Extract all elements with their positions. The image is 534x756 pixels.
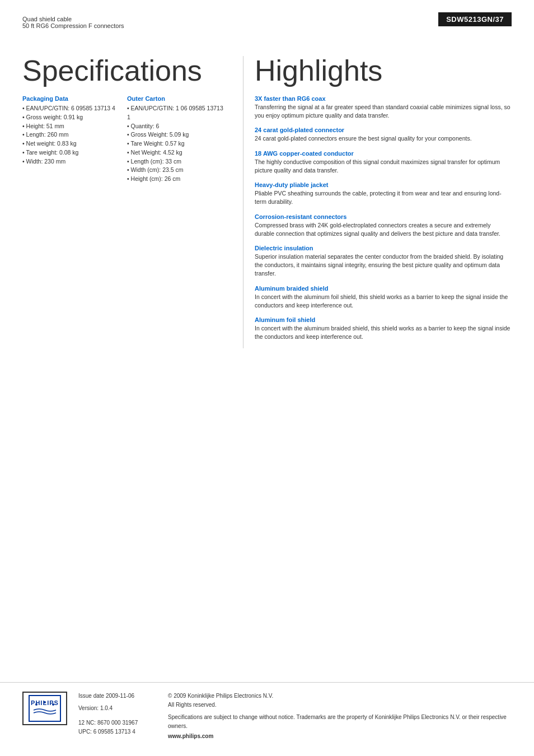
list-item: Width: 230 mm — [22, 157, 121, 166]
highlight-item-title: Dielectric insulation — [255, 245, 512, 251]
highlight-item-title: Aluminum foil shield — [255, 316, 512, 323]
outer-carton-items: EAN/UPC/GTIN: 1 06 09585 13713 1Quantity… — [127, 104, 226, 184]
list-item: Gross Weight: 5.09 kg — [127, 130, 226, 139]
nc-value: 8670 000 31967 — [97, 720, 138, 726]
highlights-list: 3X faster than RG6 coaxTransferring the … — [255, 95, 512, 342]
version-label: Version: — [78, 705, 100, 711]
highlight-item-title: Corrosion-resistant connectors — [255, 213, 512, 220]
version-value: 1.0.4 — [100, 705, 113, 711]
issue-date-value: 2009-11-06 — [106, 693, 134, 699]
copyright: © 2009 Koninklijke Philips Electronics N… — [168, 692, 512, 701]
list-item: Net Weight: 4.52 kg — [127, 148, 226, 157]
packaging-data-section: Packaging Data EAN/UPC/GTIN: 6 09585 137… — [22, 95, 121, 193]
list-item: Net weight: 0.83 kg — [22, 139, 121, 148]
philips-logo: PHILIPS — [22, 692, 67, 725]
list-item: Tare Weight: 0.57 kg — [127, 139, 226, 148]
highlight-item: Dielectric insulationSuperior insulation… — [255, 245, 512, 278]
specs-column: Specifications Packaging Data EAN/UPC/GT… — [22, 56, 237, 348]
highlight-item-text: Pliable PVC sheathing surrounds the cabl… — [255, 189, 512, 206]
vertical-divider — [243, 56, 243, 348]
upc-value: 6 09585 13713 4 — [93, 729, 135, 735]
website-url[interactable]: www.philips.com — [168, 733, 512, 739]
highlight-item: 3X faster than RG6 coaxTransferring the … — [255, 95, 512, 120]
highlight-item-title: 18 AWG copper-coated conductor — [255, 150, 512, 157]
highlight-item: Aluminum braided shieldIn concert with t… — [255, 285, 512, 310]
highlight-item-title: 24 carat gold-plated connector — [255, 127, 512, 133]
list-item: Width (cm): 23.5 cm — [127, 166, 226, 175]
highlights-title: Highlights — [255, 56, 512, 85]
upc-label: UPC: — [78, 729, 93, 735]
highlight-item-text: Compressed brass with 24K gold-electropl… — [255, 221, 512, 238]
list-item: EAN/UPC/GTIN: 1 06 09585 13713 1 — [127, 104, 226, 122]
outer-carton: Outer Carton EAN/UPC/GTIN: 1 06 09585 13… — [127, 95, 226, 184]
packaging-title: Packaging Data — [22, 95, 121, 102]
outer-carton-title: Outer Carton — [127, 95, 226, 102]
specs-title: Specifications — [22, 56, 226, 85]
list-item: Gross weight: 0.91 kg — [22, 113, 121, 122]
issue-date-label: Issue date — [78, 693, 106, 699]
nc-number: 12 NC: 8670 000 31967 — [78, 718, 157, 727]
outer-carton-section: Outer Carton EAN/UPC/GTIN: 1 06 09585 13… — [127, 95, 226, 193]
list-item: Length: 260 mm — [22, 130, 121, 139]
svg-point-4 — [52, 703, 54, 706]
footer-info: Issue date 2009-11-06 Version: 1.0.4 12 … — [78, 692, 512, 739]
product-sub: 50 ft RG6 Compression F connectors — [22, 22, 124, 29]
highlight-item-title: Aluminum braided shield — [255, 285, 512, 292]
philips-logo-svg: PHILIPS — [28, 694, 62, 722]
upc-number: UPC: 6 09585 13713 4 — [78, 727, 157, 736]
header-left: Quad shield cable 50 ft RG6 Compression … — [22, 16, 124, 29]
product-name: Quad shield cable — [22, 16, 124, 22]
footer: PHILIPS Issue date 2009-11-06 Version: 1… — [0, 682, 534, 739]
list-item: Tare weight: 0.08 kg — [22, 148, 121, 157]
issue-date: Issue date 2009-11-06 — [78, 692, 157, 701]
footer-col1: Issue date 2009-11-06 Version: 1.0.4 12 … — [78, 692, 157, 739]
main-content: Specifications Packaging Data EAN/UPC/GT… — [22, 56, 512, 348]
highlight-item-text: In concert with the aluminum foil shield… — [255, 293, 512, 310]
highlight-item-title: 3X faster than RG6 coax — [255, 95, 512, 102]
rights: All Rights reserved. — [168, 701, 512, 710]
highlight-item: Corrosion-resistant connectorsCompressed… — [255, 213, 512, 238]
packaging-items: EAN/UPC/GTIN: 6 09585 13713 4Gross weigh… — [22, 104, 121, 166]
highlight-item: Aluminum foil shieldIn concert with the … — [255, 316, 512, 341]
highlights-column: Highlights 3X faster than RG6 coaxTransf… — [249, 56, 512, 348]
disclaimer: Specifications are subject to change wit… — [168, 713, 512, 731]
page: Quad shield cable 50 ft RG6 Compression … — [0, 0, 534, 756]
list-item: Quantity: 6 — [127, 122, 226, 131]
highlight-item-text: In concert with the aluminum braided shi… — [255, 324, 512, 341]
nc-label: 12 NC: — [78, 720, 97, 726]
highlight-item-text: Transferring the signal at a far greater… — [255, 103, 512, 120]
highlight-item: 18 AWG copper-coated conductorThe highly… — [255, 150, 512, 175]
svg-point-3 — [44, 701, 46, 703]
list-item: Length (cm): 33 cm — [127, 157, 226, 166]
version: Version: 1.0.4 — [78, 704, 157, 713]
specs-inner: Packaging Data EAN/UPC/GTIN: 6 09585 137… — [22, 95, 226, 193]
highlight-item-text: The highly conductive composition of thi… — [255, 158, 512, 175]
list-item: Height: 51 mm — [22, 122, 121, 131]
highlight-item-text: 24 carat gold-plated connectors ensure t… — [255, 134, 512, 143]
highlight-item: Heavy-duty pliable jacketPliable PVC she… — [255, 181, 512, 206]
model-number-badge: SDW5213GN/37 — [438, 12, 512, 26]
highlight-item-title: Heavy-duty pliable jacket — [255, 181, 512, 188]
list-item: Height (cm): 26 cm — [127, 175, 226, 184]
packaging-section: Packaging Data EAN/UPC/GTIN: 6 09585 137… — [22, 95, 121, 166]
svg-point-2 — [35, 703, 38, 706]
highlight-item-text: Superior insulation material separates t… — [255, 253, 512, 278]
footer-col3: © 2009 Koninklijke Philips Electronics N… — [168, 692, 512, 739]
highlight-item: 24 carat gold-plated connector24 carat g… — [255, 127, 512, 143]
list-item: EAN/UPC/GTIN: 6 09585 13713 4 — [22, 104, 121, 113]
